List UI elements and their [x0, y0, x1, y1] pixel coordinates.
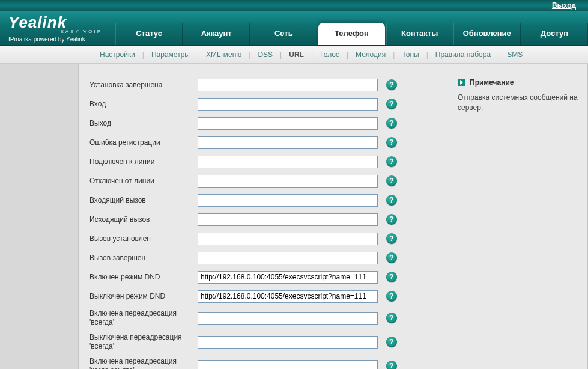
field-input-14[interactable] — [198, 360, 378, 370]
logo-easy: EASY VOIP — [8, 29, 102, 34]
subnav: Настройки|Параметры|XML-меню|DSS|URL|Гол… — [0, 46, 588, 64]
field-input-2[interactable] — [198, 117, 378, 130]
field-label: Включен режим DND — [89, 273, 198, 282]
subnav-item-6[interactable]: Мелодия — [352, 50, 389, 59]
field-input-12[interactable] — [198, 312, 378, 325]
help-icon[interactable]: ? — [386, 313, 397, 323]
subnav-item-5[interactable]: Голос — [317, 50, 343, 59]
form-row-0: Установка завершена? — [89, 78, 438, 91]
field-input-10[interactable] — [198, 271, 378, 284]
subnav-sep: | — [494, 50, 503, 59]
subnav-sep: | — [308, 50, 317, 59]
subnav-sep: | — [276, 50, 285, 59]
main-tab-4[interactable]: Контакты — [386, 23, 453, 45]
main-tab-6[interactable]: Доступ — [521, 23, 588, 45]
field-input-8[interactable] — [198, 233, 378, 245]
subnav-sep: | — [343, 50, 352, 59]
help-icon[interactable]: ? — [386, 214, 397, 225]
form-panel: Установка завершена?Вход?Выход?Ошибка ре… — [78, 64, 449, 369]
subnav-item-0[interactable]: Настройки — [96, 50, 139, 59]
field-input-1[interactable] — [198, 98, 378, 111]
main-tab-0[interactable]: Статус — [115, 23, 183, 45]
help-icon[interactable]: ? — [386, 118, 397, 129]
field-input-9[interactable] — [198, 252, 378, 264]
help-icon[interactable]: ? — [386, 99, 397, 109]
logout-link[interactable]: Выход — [552, 1, 576, 10]
main-tab-3[interactable]: Телефон — [318, 23, 384, 45]
help-icon[interactable]: ? — [386, 233, 397, 244]
subnav-item-9[interactable]: SMS — [503, 50, 526, 59]
field-input-0[interactable] — [198, 79, 378, 91]
help-icon[interactable]: ? — [386, 175, 397, 186]
subnav-sep: | — [423, 50, 432, 59]
help-icon[interactable]: ? — [386, 252, 397, 263]
field-input-3[interactable] — [198, 136, 378, 149]
form-row-9: Вызов завершен? — [89, 251, 438, 264]
form-row-12: Включена переадресация 'всегда'? — [89, 309, 438, 327]
main-tabs: СтатусАккаунтСетьТелефонКонтактыОбновлен… — [115, 11, 588, 45]
form-row-14: Включена переадресация 'когда занято'? — [89, 357, 438, 369]
form-row-2: Выход? — [89, 117, 438, 130]
note-title: Примечание — [470, 78, 514, 87]
field-label: Вызов завершен — [89, 254, 198, 263]
field-input-5[interactable] — [198, 175, 378, 188]
subnav-sep: | — [389, 50, 398, 59]
subnav-sep: | — [245, 50, 254, 59]
field-input-7[interactable] — [198, 213, 378, 226]
subnav-sep: | — [193, 50, 202, 59]
field-input-4[interactable] — [198, 156, 378, 168]
field-label: Вход — [89, 100, 198, 109]
note-header: Примечание — [458, 78, 579, 87]
field-label: Выключен режим DND — [89, 292, 198, 301]
subnav-sep: | — [139, 50, 148, 59]
field-label: Отключен от линии — [89, 177, 198, 186]
topbar: Выход — [0, 0, 588, 11]
help-icon[interactable]: ? — [386, 79, 397, 90]
help-icon[interactable]: ? — [386, 156, 397, 167]
subnav-item-2[interactable]: XML-меню — [202, 50, 245, 59]
main-tab-5[interactable]: Обновление — [453, 23, 521, 45]
form-row-3: Ошибка регистрации? — [89, 136, 438, 149]
subnav-item-8[interactable]: Правила набора — [432, 50, 494, 59]
main-tab-2[interactable]: Сеть — [250, 23, 317, 45]
field-label: Вызов установлен — [89, 234, 198, 243]
form-row-11: Выключен режим DND? — [89, 290, 438, 303]
help-icon[interactable]: ? — [386, 195, 397, 206]
field-label: Выключена переадресация 'всегда' — [89, 333, 198, 351]
note-text: Отправка системных сообщений на сервер. — [458, 93, 579, 113]
logo: Yealink EASY VOIP IPmatika powered by Ye… — [0, 11, 115, 45]
form-row-7: Исходящий вызов? — [89, 213, 438, 226]
help-icon[interactable]: ? — [386, 361, 397, 369]
form-row-8: Вызов установлен? — [89, 232, 438, 245]
help-icon[interactable]: ? — [386, 137, 397, 148]
header: Yealink EASY VOIP IPmatika powered by Ye… — [0, 11, 588, 46]
field-label: Исходящий вызов — [89, 215, 198, 224]
form-row-1: Вход? — [89, 97, 438, 111]
subnav-item-3[interactable]: DSS — [254, 50, 276, 59]
left-gutter — [0, 64, 78, 369]
subnav-item-4[interactable]: URL — [285, 50, 308, 59]
help-icon[interactable]: ? — [386, 291, 397, 302]
field-input-11[interactable] — [198, 290, 378, 303]
field-input-6[interactable] — [198, 194, 378, 207]
form-row-5: Отключен от линии? — [89, 174, 438, 188]
field-input-13[interactable] — [198, 336, 378, 349]
subnav-item-1[interactable]: Параметры — [148, 50, 193, 59]
main-tab-1[interactable]: Аккаунт — [183, 23, 250, 45]
logo-main: Yealink — [8, 14, 109, 30]
content: Установка завершена?Вход?Выход?Ошибка ре… — [0, 64, 588, 369]
field-label: Включена переадресация 'всегда' — [89, 309, 198, 327]
field-label: Установка завершена — [89, 81, 198, 90]
field-label: Включена переадресация 'когда занято' — [89, 357, 198, 369]
form-row-4: Подключен к линии? — [89, 155, 438, 168]
field-label: Ошибка регистрации — [89, 138, 198, 147]
help-icon[interactable]: ? — [386, 272, 397, 282]
form-row-6: Входящий вызов? — [89, 194, 438, 207]
form-row-13: Выключена переадресация 'всегда'? — [89, 333, 438, 351]
note-panel: Примечание Отправка системных сообщений … — [449, 64, 588, 369]
help-icon[interactable]: ? — [386, 337, 397, 347]
subnav-item-7[interactable]: Тоны — [398, 50, 422, 59]
logo-sub: IPmatika powered by Yealink — [8, 36, 109, 43]
arrow-icon — [458, 79, 465, 86]
field-label: Подключен к линии — [89, 157, 198, 166]
